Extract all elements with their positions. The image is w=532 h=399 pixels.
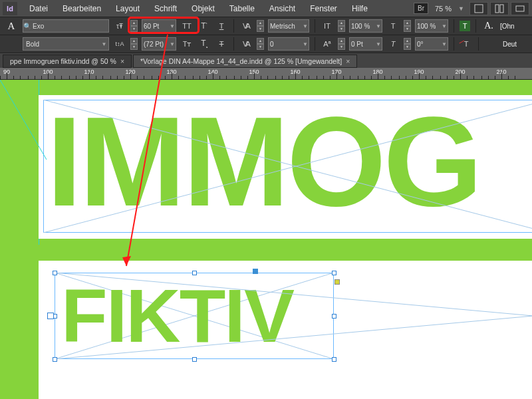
menu-bearbeiten[interactable]: Bearbeiten	[56, 1, 108, 16]
svg-rect-0	[475, 5, 483, 13]
hscale-input[interactable]	[350, 20, 375, 32]
horizontal-ruler[interactable]: 90100110120130140150160170180190200210	[0, 68, 532, 80]
font-family-input[interactable]	[31, 20, 118, 32]
character-panel-icon[interactable]: A	[4, 19, 19, 33]
chevron-down-icon[interactable]: ▼	[169, 41, 176, 47]
menu-schrift[interactable]: Schrift	[148, 1, 184, 16]
spacer	[39, 245, 532, 261]
leading-input[interactable]	[142, 38, 169, 50]
screen-mode[interactable]	[511, 2, 529, 15]
vscale-field[interactable]: ▼	[415, 19, 448, 33]
in-port[interactable]	[47, 313, 54, 319]
font-family-field[interactable]: 🔍 ▼	[23, 19, 109, 33]
handle-tl[interactable]	[53, 271, 57, 275]
app-logo: Id	[3, 2, 17, 15]
baseline-icon: Aª	[321, 37, 334, 51]
search-icon: 🔍	[23, 20, 31, 32]
kerning-input[interactable]	[269, 20, 302, 32]
chevron-down-icon[interactable]: ▼	[375, 41, 382, 47]
svg-rect-1	[495, 5, 499, 13]
handle-mr[interactable]	[332, 314, 336, 319]
zoom-level[interactable]: 75 %	[435, 5, 452, 13]
lang-label: Deut	[503, 41, 517, 48]
leading-field[interactable]: ▼	[142, 37, 176, 51]
skew-icon: T	[386, 37, 400, 51]
svg-rect-3	[516, 6, 524, 11]
kerning-spinner[interactable]: ▲▼	[257, 20, 264, 32]
text-fiktiv: FIKTIV	[61, 274, 293, 358]
tracking-input[interactable]	[269, 38, 302, 50]
leading-spinner[interactable]: ▲▼	[130, 38, 138, 50]
chevron-down-icon[interactable]: ▼	[302, 23, 309, 29]
chevron-down-icon[interactable]: ▼	[441, 23, 448, 29]
handle-bl[interactable]	[53, 357, 57, 362]
strikethrough-button[interactable]: T	[215, 37, 228, 51]
hscale-spinner[interactable]: ▲▼	[338, 20, 345, 32]
chevron-down-icon[interactable]: ▼	[100, 41, 108, 47]
no-break-icon[interactable]: T/	[460, 37, 473, 51]
underline-button[interactable]: T	[215, 19, 228, 33]
menu-ansicht[interactable]: Ansicht	[263, 1, 302, 16]
handle-tc[interactable]	[192, 271, 197, 275]
bridge-button[interactable]: Br	[414, 3, 428, 14]
menu-layout[interactable]: Layout	[109, 1, 146, 16]
chevron-down-icon[interactable]: ▼	[441, 41, 448, 47]
vscale-input[interactable]	[416, 20, 441, 32]
tab-label: *Vorlage DIN A4-Mappe 14_44_de.indd @ 12…	[140, 57, 342, 65]
tab-label: ppe Immogruen fiktiv.indd @ 50 %	[10, 57, 116, 65]
baseline-spinner[interactable]: ▲▼	[338, 38, 345, 50]
skew-field[interactable]: ▼	[415, 37, 448, 51]
char-style-icon[interactable]: A.	[481, 19, 496, 33]
superscript-button[interactable]: T¹	[198, 19, 211, 33]
yellow-handle[interactable]	[334, 279, 340, 285]
baseline-field[interactable]: ▼	[349, 37, 382, 51]
handle-tr[interactable]	[332, 271, 336, 275]
frame-outline	[43, 100, 532, 233]
hscale-field[interactable]: ▼	[349, 19, 382, 33]
document-canvas[interactable]: IMMOG FIKTIV	[0, 80, 532, 399]
smallcaps-button[interactable]: Tᴛ	[180, 37, 194, 51]
tracking-field[interactable]: ▼	[268, 37, 309, 51]
allcaps-button[interactable]: TT	[180, 19, 194, 33]
hscale-icon: IT	[321, 19, 334, 33]
tracking-icon: VA	[239, 37, 253, 51]
arrange-mode-2[interactable]	[490, 2, 509, 15]
subscript-button[interactable]: T₁	[198, 37, 211, 51]
close-icon[interactable]: ×	[120, 57, 124, 65]
menu-bar: Id Datei Bearbeiten Layout Schrift Objek…	[0, 0, 532, 17]
chevron-down-icon[interactable]: ▼	[458, 5, 464, 12]
font-weight-field[interactable]: ▼	[23, 37, 109, 51]
handle-bc[interactable]	[192, 357, 197, 362]
vscale-spinner[interactable]: ▲▼	[404, 20, 411, 32]
kerning-icon: VA	[239, 19, 253, 33]
kerning-field[interactable]: ▼	[268, 19, 309, 33]
doc-tab-1[interactable]: ppe Immogruen fiktiv.indd @ 50 % ×	[3, 55, 132, 68]
svg-rect-2	[500, 5, 503, 13]
type-control-row-1: A 🔍 ▼ τT ▲▼ ▼ TT T¹ T VA ▲▼ ▼ IT ▲▼ ▼ T …	[0, 17, 532, 35]
arrange-mode-1[interactable]	[469, 2, 488, 15]
font-size-input[interactable]	[142, 20, 169, 32]
tracking-spinner[interactable]: ▲▼	[257, 38, 264, 50]
font-size-icon: τT	[113, 19, 126, 33]
doc-tab-2[interactable]: *Vorlage DIN A4-Mappe 14_44_de.indd @ 12…	[133, 55, 357, 68]
leading-icon: t↕A	[113, 37, 126, 51]
font-size-field[interactable]: ▼	[142, 19, 176, 33]
chevron-down-icon[interactable]: ▼	[302, 41, 309, 47]
menu-tabelle[interactable]: Tabelle	[223, 1, 261, 16]
font-weight-input[interactable]	[23, 38, 100, 50]
menu-hilfe[interactable]: Hilfe	[345, 1, 374, 16]
fill-color-icon[interactable]: T	[460, 21, 470, 31]
font-size-spinner[interactable]: ▲▼	[130, 20, 138, 32]
chevron-down-icon[interactable]: ▼	[375, 23, 382, 29]
chevron-down-icon[interactable]: ▼	[169, 23, 176, 29]
handle-br[interactable]	[332, 357, 336, 362]
menu-fenster[interactable]: Fenster	[303, 1, 344, 16]
menu-datei[interactable]: Datei	[23, 1, 55, 16]
skew-input[interactable]	[416, 38, 441, 50]
skew-spinner[interactable]: ▲▼	[404, 38, 411, 50]
close-icon[interactable]: ×	[346, 57, 350, 65]
menu-objekt[interactable]: Objekt	[185, 1, 221, 16]
type-control-row-2: ▼ t↕A ▲▼ ▼ Tᴛ T₁ T VA ▲▼ ▼ Aª ▲▼ ▼ T ▲▼ …	[0, 35, 532, 53]
anchor-indicator[interactable]	[253, 269, 258, 274]
baseline-input[interactable]	[350, 38, 375, 50]
